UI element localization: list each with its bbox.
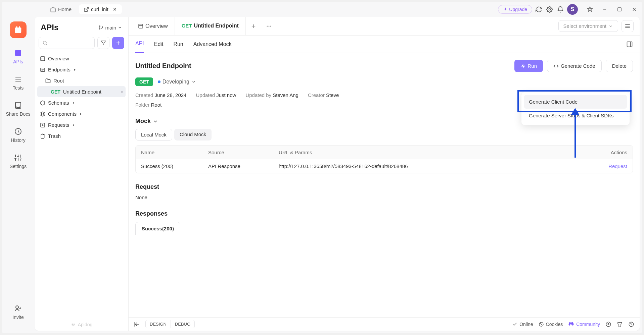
subtab-api[interactable]: API [135, 36, 144, 53]
discord-icon [568, 321, 574, 327]
rail-label: Settings [10, 164, 27, 169]
help-icon[interactable] [628, 321, 634, 327]
status-label: Developing [163, 79, 189, 85]
subtab-edit[interactable]: Edit [154, 36, 164, 53]
tab-label: Untitled Endpoint [194, 23, 239, 29]
tab-more[interactable] [261, 17, 277, 36]
close-window-icon[interactable] [630, 5, 638, 13]
environment-selector[interactable]: Select environment [558, 20, 618, 32]
search-input[interactable] [39, 37, 95, 49]
avatar-letter: S [571, 6, 574, 12]
mock-tab-cloud[interactable]: Cloud Mock [174, 129, 212, 141]
mode-debug[interactable]: DEBUG [171, 320, 194, 328]
upgrade-button[interactable]: Upgrade [498, 5, 532, 14]
tree-label: Root [53, 78, 64, 83]
close-icon[interactable] [112, 7, 117, 12]
add-button[interactable] [112, 37, 124, 49]
section-label: Mock [135, 118, 151, 125]
sidebar-icon [626, 41, 633, 48]
collapse-icon[interactable] [134, 321, 140, 327]
search-icon [42, 40, 48, 46]
svg-marker-48 [73, 124, 74, 126]
box-icon [40, 100, 45, 106]
filter-icon [101, 40, 106, 46]
meta-label: Folder [135, 102, 150, 108]
avatar[interactable]: S [567, 4, 578, 15]
sidebar: APIs main O [35, 17, 129, 331]
subtab-advanced-mock[interactable]: Advanced Mock [193, 36, 232, 53]
caret-right-icon [72, 123, 75, 127]
meta-value: June 28, 2024 [154, 92, 186, 98]
subtab-run[interactable]: Run [173, 36, 183, 53]
svg-point-50 [73, 324, 75, 325]
mock-tab-local[interactable]: Local Mock [135, 129, 172, 141]
seg-label: DESIGN [150, 322, 167, 327]
tab-add[interactable] [246, 17, 261, 36]
rail-tests[interactable]: Tests [13, 74, 24, 91]
mode-design[interactable]: DESIGN [146, 320, 171, 328]
tree-schemas[interactable]: Schemas [37, 97, 126, 108]
btn-label: Run [528, 63, 537, 69]
subtab-label: Run [173, 41, 183, 47]
pin-icon[interactable] [586, 5, 594, 13]
minimize-icon[interactable] [601, 5, 609, 13]
rail-invite[interactable]: Invite [12, 304, 24, 320]
delete-button[interactable]: Delete [606, 60, 633, 72]
svg-point-69 [541, 324, 542, 325]
svg-point-56 [267, 25, 268, 26]
tab-home[interactable]: Home [45, 4, 76, 14]
footer-community[interactable]: Community [568, 321, 600, 327]
tree-label: Overview [48, 56, 69, 61]
tree-requests[interactable]: Requests [37, 119, 126, 130]
section-label: Responses [135, 210, 168, 217]
tab-endpoint[interactable]: GET Untitled Endpoint [175, 17, 246, 36]
status-selector[interactable]: Developing [158, 79, 196, 85]
footer-label: Community [576, 322, 600, 327]
panel-toggle[interactable] [626, 41, 633, 48]
svg-rect-51 [139, 24, 143, 28]
dropdown-generate-client[interactable]: Generate Client Code [524, 95, 627, 109]
tree-label: Trash [48, 133, 61, 139]
run-button[interactable]: Run [514, 60, 543, 72]
maximize-icon[interactable] [615, 5, 624, 13]
svg-rect-5 [618, 7, 622, 11]
chevron-down-icon [118, 25, 122, 30]
tree-label: Components [48, 111, 77, 117]
tree-endpoints[interactable]: Endpoints [37, 64, 126, 75]
branch-selector[interactable]: main [98, 25, 122, 31]
rail-history[interactable]: History [11, 127, 26, 143]
tab-overview[interactable]: Overview [131, 17, 175, 36]
footer-cookies[interactable]: Cookies [539, 322, 563, 327]
upload-icon[interactable] [605, 321, 611, 327]
footer-online[interactable]: Online [512, 322, 533, 327]
tree-endpoint-item[interactable]: GET Untitled Endpoint [37, 86, 126, 97]
shirt-icon[interactable] [617, 321, 623, 327]
app-logo[interactable] [10, 21, 27, 38]
editor-tabs: Overview GET Untitled Endpoint Sele [129, 17, 640, 36]
svg-line-0 [86, 7, 88, 10]
rail-share-docs[interactable]: Share Docs [6, 101, 30, 117]
generate-code-button[interactable]: Generate Code [547, 60, 602, 72]
tree-trash[interactable]: Trash [37, 130, 126, 142]
tree-overview[interactable]: Overview [37, 53, 126, 64]
subtab-label: API [135, 41, 144, 47]
sidebar-footer: Apidog [35, 319, 128, 331]
rail-apis[interactable]: APIs [13, 48, 23, 64]
tab-curl-init[interactable]: curl_init [79, 4, 122, 14]
bell-icon[interactable] [556, 5, 564, 13]
footer-label: Cookies [546, 322, 563, 327]
rail-settings[interactable]: Settings [10, 153, 27, 169]
request-link[interactable]: Request [594, 163, 627, 169]
gear-icon[interactable] [546, 5, 554, 13]
tree-root[interactable]: Root [37, 75, 126, 86]
svg-point-3 [549, 8, 551, 10]
tree-components[interactable]: Components [37, 108, 126, 119]
env-label: Select environment [563, 23, 606, 29]
hamburger-button[interactable] [622, 20, 634, 32]
plus-icon [250, 23, 257, 29]
sparkle-icon [503, 7, 508, 12]
filter-button[interactable] [97, 37, 109, 49]
branch-label: main [105, 25, 116, 31]
refresh-icon[interactable] [535, 5, 543, 13]
response-tab[interactable]: Success(200) [135, 222, 180, 235]
